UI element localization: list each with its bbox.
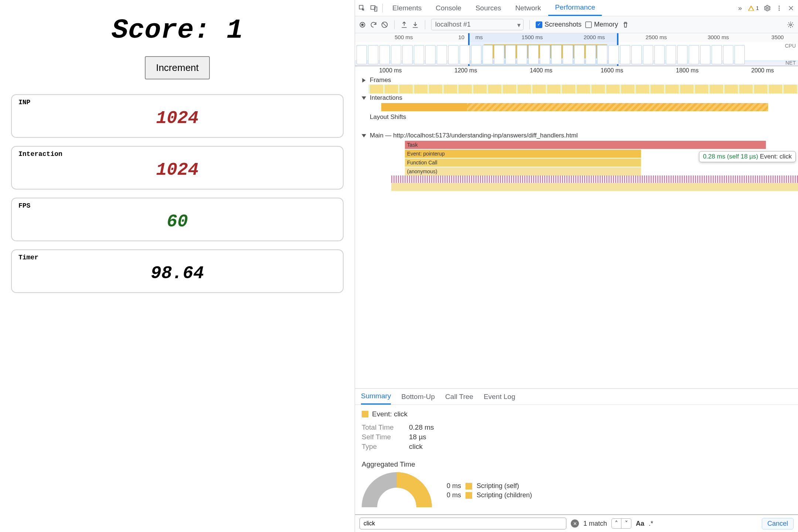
donut-chart	[362, 472, 432, 509]
inspect-icon[interactable]	[357, 3, 368, 14]
disclosure-triangle-icon	[362, 78, 366, 82]
cancel-button[interactable]: Cancel	[762, 518, 794, 529]
color-swatch	[362, 411, 368, 417]
prev-match-icon[interactable]: ˄	[612, 519, 621, 528]
tab-summary[interactable]: Summary	[361, 389, 391, 405]
svg-point-6	[779, 9, 780, 10]
summary-panel: Event: click Total Time0.28 ms Self Time…	[355, 405, 798, 514]
clear-search-icon[interactable]: ✕	[571, 519, 579, 528]
metric-card-interaction: Interaction 1024	[11, 146, 344, 190]
metric-label: Timer	[18, 254, 336, 261]
tooltip-event: Event: click	[760, 153, 792, 160]
main-thread-header[interactable]: Main — http://localhost:5173/understandi…	[355, 131, 798, 140]
screenshots-label: Screenshots	[545, 21, 582, 28]
performance-toolbar: localhost #1 ▾ Screenshots Memory	[355, 16, 798, 33]
overview-timeline[interactable]: 500 ms 10 ms 1500 ms 2000 ms 2500 ms 300…	[355, 33, 798, 66]
aggregated-time: Aggregated Time 0 msScripting (self) 0 m…	[362, 460, 791, 509]
upload-icon[interactable]	[400, 21, 408, 28]
tab-bottom-up[interactable]: Bottom-Up	[401, 389, 435, 405]
clear-icon[interactable]	[381, 21, 388, 28]
frames-track: Frames	[355, 76, 798, 93]
metric-card-fps: FPS 60	[11, 198, 344, 241]
next-match-icon[interactable]: ˅	[621, 519, 631, 528]
reload-record-icon[interactable]	[370, 21, 377, 28]
download-icon[interactable]	[412, 21, 419, 28]
device-toolbar-icon[interactable]	[368, 3, 379, 14]
color-swatch	[466, 492, 472, 499]
aggregated-label: Aggregated Time	[362, 460, 791, 468]
search-bar: ✕ 1 match ˄ ˅ Aa .* Cancel	[355, 514, 798, 532]
self-time-label: Self Time	[362, 433, 402, 441]
flame-anonymous[interactable]: (anonymous)	[405, 167, 641, 175]
svg-point-4	[779, 6, 780, 7]
match-count: 1 match	[583, 520, 607, 528]
flame-task[interactable]: Task	[405, 141, 766, 149]
total-time-label: Total Time	[362, 423, 402, 432]
type-label: Type	[362, 443, 402, 451]
legend-ms: 0 ms	[447, 491, 461, 499]
flame-micro-tasks	[391, 175, 798, 183]
tab-call-tree[interactable]: Call Tree	[445, 389, 473, 405]
chevron-down-icon: ▾	[517, 21, 521, 29]
legend-ms: 0 ms	[447, 482, 461, 490]
metric-label: INP	[18, 99, 336, 106]
warning-count: 1	[756, 5, 759, 11]
garbage-collect-icon[interactable]	[622, 21, 629, 28]
metric-card-inp: INP 1024	[11, 94, 344, 138]
frames-header[interactable]: Frames	[355, 76, 798, 85]
flame-tooltip: 0.28 ms (self 18 µs) Event: click	[699, 151, 796, 162]
case-sensitive-toggle[interactable]: Aa	[636, 520, 644, 528]
layout-shifts-header[interactable]: Layout Shifts	[355, 113, 798, 122]
score-heading: Score: 1	[11, 15, 344, 46]
flame-ruler: 1000 ms 1200 ms 1400 ms 1600 ms 1800 ms …	[355, 66, 798, 76]
divider	[529, 20, 530, 29]
recording-select[interactable]: localhost #1 ▾	[431, 19, 524, 30]
app-page: Score: 1 Increment INP 1024 Interaction …	[0, 0, 355, 532]
tab-sources[interactable]: Sources	[469, 0, 508, 16]
type-value: click	[409, 443, 423, 451]
close-icon[interactable]	[785, 3, 797, 14]
increment-button[interactable]: Increment	[145, 56, 210, 79]
interactions-header[interactable]: Interactions	[355, 93, 798, 102]
tab-console[interactable]: Console	[429, 0, 468, 16]
checkbox-icon	[536, 21, 542, 28]
screenshots-toggle[interactable]: Screenshots	[536, 21, 582, 28]
warning-badge[interactable]: 1	[746, 5, 761, 11]
summary-title: Event: click	[362, 410, 791, 418]
svg-point-5	[779, 7, 780, 8]
settings-icon[interactable]	[762, 3, 773, 14]
capture-settings-icon[interactable]	[787, 21, 794, 28]
memory-toggle[interactable]: Memory	[585, 21, 618, 28]
divider	[382, 4, 383, 13]
divider	[394, 20, 395, 29]
metric-value: 1024	[18, 160, 336, 180]
divider	[425, 20, 425, 29]
metric-value: 98.64	[18, 263, 336, 283]
more-tabs[interactable]: »	[735, 0, 745, 16]
legend-label: Scripting (self)	[477, 482, 519, 490]
tab-event-log[interactable]: Event Log	[484, 389, 515, 405]
metric-card-timer: Timer 98.64	[11, 249, 344, 293]
tab-performance[interactable]: Performance	[548, 0, 602, 16]
devtools-tabbar: Elements Console Sources Network Perform…	[355, 0, 798, 16]
self-time-value: 18 µs	[409, 433, 426, 441]
memory-label: Memory	[594, 21, 618, 28]
regex-toggle[interactable]: .*	[649, 520, 653, 528]
flame-function-call[interactable]: Function Call	[405, 158, 641, 167]
search-input[interactable]	[359, 518, 566, 529]
devtools-panel: Elements Console Sources Network Perform…	[355, 0, 798, 532]
interactions-track: Interactions Pointer	[355, 93, 798, 113]
svg-point-3	[767, 7, 768, 9]
metric-value: 1024	[18, 108, 336, 128]
tab-elements[interactable]: Elements	[386, 0, 428, 16]
match-stepper[interactable]: ˄ ˅	[611, 518, 631, 529]
svg-point-10	[790, 24, 792, 25]
kebab-menu-icon[interactable]	[774, 3, 785, 14]
record-icon[interactable]	[359, 21, 366, 28]
disclosure-triangle-icon	[362, 134, 366, 137]
flame-chart[interactable]: 1000 ms 1200 ms 1400 ms 1600 ms 1800 ms …	[355, 66, 798, 389]
flame-event-pointerup[interactable]: Event: pointerup	[405, 150, 641, 158]
score-label: Score:	[112, 15, 226, 46]
metric-label: Interaction	[18, 150, 336, 158]
tab-network[interactable]: Network	[509, 0, 548, 16]
